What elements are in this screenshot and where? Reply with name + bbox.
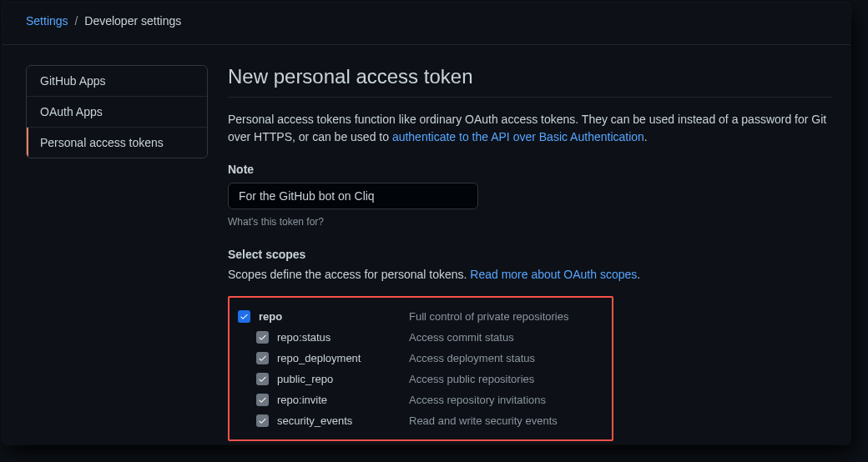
checkbox-repo-status[interactable] <box>256 331 269 344</box>
checkbox-repo-deployment[interactable] <box>256 352 269 364</box>
breadcrumb: Settings / Developer settings <box>3 3 850 45</box>
check-icon <box>258 354 267 363</box>
select-scopes-heading: Select scopes <box>228 248 832 261</box>
scopes-highlight-box: repo Full control of private repositorie… <box>228 296 613 441</box>
check-icon <box>240 312 249 321</box>
checkbox-repo-invite[interactable] <box>256 394 269 406</box>
sidebar-item-github-apps[interactable]: GitHub Apps <box>27 66 207 97</box>
auth-api-link[interactable]: authenticate to the API over Basic Authe… <box>392 130 644 143</box>
scope-name: public_repo <box>277 373 401 385</box>
page-title: New personal access token <box>228 65 832 98</box>
page-description: Personal access tokens function like ord… <box>228 111 832 146</box>
checkbox-repo[interactable] <box>238 310 250 323</box>
breadcrumb-parent-link[interactable]: Settings <box>26 14 68 28</box>
scopes-description: Scopes define the access for personal to… <box>228 268 832 281</box>
checkbox-public-repo[interactable] <box>256 373 269 385</box>
sidebar-item-oauth-apps[interactable]: OAuth Apps <box>27 97 207 128</box>
scope-desc: Full control of private repositories <box>409 310 568 323</box>
sidebar: GitHub Apps OAuth Apps Personal access t… <box>26 65 208 441</box>
breadcrumb-separator: / <box>74 14 78 28</box>
scope-row-public-repo: public_repo Access public repositories <box>238 369 603 389</box>
checkbox-security-events[interactable] <box>256 414 269 427</box>
scope-row-repo-status: repo:status Access commit status <box>238 327 603 348</box>
scope-name: repo <box>259 310 401 323</box>
check-icon <box>258 333 267 342</box>
sidebar-item-personal-access-tokens[interactable]: Personal access tokens <box>27 128 207 158</box>
scope-row-security-events: security_events Read and write security … <box>238 410 603 431</box>
note-hint: What's this token for? <box>228 216 832 228</box>
note-label: Note <box>228 163 832 176</box>
scope-desc: Access public repositories <box>409 373 534 385</box>
scope-name: security_events <box>277 414 401 427</box>
scope-row-repo-invite: repo:invite Access repository invitation… <box>238 389 603 410</box>
scope-row-repo: repo Full control of private repositorie… <box>238 306 603 327</box>
scope-name: repo:status <box>277 331 401 344</box>
breadcrumb-current: Developer settings <box>84 14 181 28</box>
main-content: New personal access token Personal acces… <box>228 65 832 441</box>
scope-name: repo:invite <box>277 394 401 406</box>
scope-desc: Access deployment status <box>409 352 535 364</box>
check-icon <box>258 395 267 404</box>
note-input[interactable] <box>228 183 478 209</box>
check-icon <box>258 374 267 384</box>
scope-desc: Access repository invitations <box>409 394 546 406</box>
scope-name: repo_deployment <box>277 352 401 364</box>
oauth-scopes-link[interactable]: Read more about OAuth scopes <box>470 268 637 281</box>
scope-row-repo-deployment: repo_deployment Access deployment status <box>238 348 603 369</box>
check-icon <box>258 416 267 425</box>
scope-desc: Access commit status <box>409 331 514 344</box>
scope-desc: Read and write security events <box>409 414 558 427</box>
